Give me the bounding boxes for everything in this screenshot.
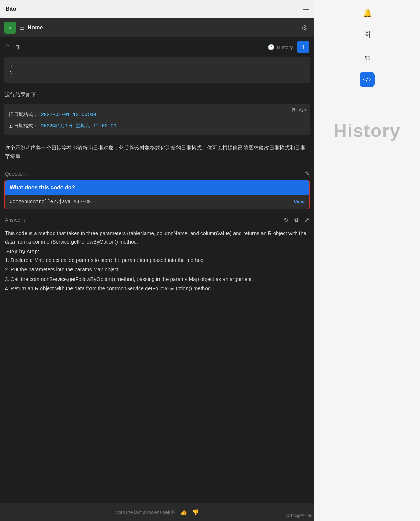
answer-label: Answer : <box>5 217 25 223</box>
header-bar: s ☰ Home ⚙ <box>0 18 314 37</box>
answer-content: This code is a method that takes in thre… <box>0 225 314 299</box>
output-block: ⧉ </> 旧日期格式： 2022-01-01 12:00:00 新日期格式： … <box>4 104 310 135</box>
copy-icon[interactable]: ⧉ <box>292 107 295 113</box>
history-label: History <box>277 44 293 50</box>
m-button[interactable]: m <box>360 50 375 65</box>
answer-step-4: 4. Return an R object with the data from… <box>5 284 309 293</box>
gear-icon: ⚙ <box>301 23 307 32</box>
question-file-bar: CommonController.java #82-89 View <box>5 195 309 209</box>
toolbar-left: ⇧ 🗑 <box>5 43 21 51</box>
code-line-2: } <box>10 70 305 77</box>
header-right: ⚙ <box>298 22 310 34</box>
question-header: What does this code do? <box>5 180 309 195</box>
output-line-1: 旧日期格式： 2022-01-01 12:00:00 <box>9 108 305 119</box>
thumbs-down-icon[interactable]: 👎 <box>192 509 199 515</box>
add-icon: + <box>301 42 306 51</box>
old-date-value: 2022-01-01 12:00:00 <box>41 112 96 117</box>
output-label: 运行结果如下： <box>0 87 314 104</box>
history-text: History <box>334 120 400 141</box>
bell-icon: 🔔 <box>363 9 372 18</box>
output-line-2: 新日期格式： 2022年1月1日 星期六 12:00:00 <box>9 119 305 131</box>
edit-icon[interactable]: ✎ <box>305 170 309 177</box>
avatar: s <box>4 22 16 34</box>
code-tag-icon[interactable]: </> <box>299 107 307 113</box>
history-display: History <box>314 93 420 521</box>
answer-actions: ↻ ⧉ ↗ <box>284 216 309 224</box>
question-section-header: Question : ✎ <box>0 167 314 178</box>
home-label: Home <box>28 25 43 31</box>
answer-text-1: This code is a method that takes in thre… <box>5 229 309 246</box>
answer-step-1: 1. Declare a Map object called params to… <box>5 256 309 265</box>
toolbar: ⇧ 🗑 🕐 History + <box>0 37 314 57</box>
code-button[interactable]: </> <box>360 72 375 87</box>
old-date-label: 旧日期格式： <box>9 112 38 117</box>
right-panel-icons: 🔔 🗄 m </> <box>314 0 420 93</box>
trash-icon[interactable]: 🗑 <box>15 44 21 51</box>
file-name: CommonController.java #82-89 <box>10 199 91 205</box>
feedback-question: Was the last answer useful? <box>115 510 176 515</box>
add-button[interactable]: + <box>297 41 309 53</box>
minimize-icon[interactable]: — <box>303 6 309 13</box>
bottom-bar: Was the last answer useful? 👍 👎 <box>0 503 314 521</box>
hamburger-icon[interactable]: ☰ <box>19 25 24 31</box>
watermark: CSDN@牛一头 <box>286 513 312 518</box>
share-icon[interactable]: ⇧ <box>5 43 10 51</box>
database-button[interactable]: 🗄 <box>360 28 375 43</box>
thumbs-up-icon[interactable]: 👍 <box>180 509 187 515</box>
output-description: 这个示例程序将一个日期字符串解析为日期对象，然后将该对象格式化为新的日期格式。你… <box>0 139 314 167</box>
toolbar-right: 🕐 History + <box>268 41 309 53</box>
m-icon: m <box>364 53 370 62</box>
title-bar: Bito ⋮ — <box>0 0 314 18</box>
answer-step-2: 2. Put the parameters into the params Ma… <box>5 265 309 274</box>
share-answer-icon[interactable]: ↗ <box>304 216 309 224</box>
view-button[interactable]: View <box>294 199 305 205</box>
question-card: What does this code do? CommonController… <box>4 180 310 209</box>
question-label: Question : <box>5 171 28 177</box>
history-button[interactable]: 🕐 History <box>268 44 293 50</box>
content-area: } } 运行结果如下： ⧉ </> 旧日期格式： 2022-01-01 12:0… <box>0 57 314 503</box>
title-bar-right: ⋮ — <box>291 5 309 13</box>
code-line-1: } <box>10 62 305 70</box>
new-date-label: 新日期格式： <box>9 123 38 129</box>
header-left: s ☰ Home <box>4 22 43 34</box>
answer-step-3: 3. Call the commonService.getFollowByOpt… <box>5 275 309 284</box>
history-clock-icon: 🕐 <box>268 44 275 50</box>
right-panel: 🔔 🗄 m </> History <box>314 0 420 521</box>
answer-step-header: Step-by-step: <box>5 248 309 254</box>
bell-button[interactable]: 🔔 <box>360 6 375 21</box>
code-bracket-icon: </> <box>363 77 371 82</box>
refresh-icon[interactable]: ↻ <box>284 216 289 224</box>
title-bar-left: Bito <box>6 6 16 12</box>
output-actions: ⧉ </> <box>292 107 307 113</box>
database-icon: 🗄 <box>363 31 371 40</box>
code-block: } } <box>4 57 310 83</box>
menu-icon[interactable]: ⋮ <box>291 5 297 13</box>
copy-answer-icon[interactable]: ⧉ <box>294 216 299 224</box>
question-title: What does this code do? <box>10 184 75 190</box>
answer-section-header: Answer : ↻ ⧉ ↗ <box>0 213 314 225</box>
settings-button[interactable]: ⚙ <box>298 22 310 34</box>
app-title: Bito <box>6 6 16 12</box>
new-date-value: 2022年1月1日 星期六 12:00:00 <box>41 123 116 129</box>
